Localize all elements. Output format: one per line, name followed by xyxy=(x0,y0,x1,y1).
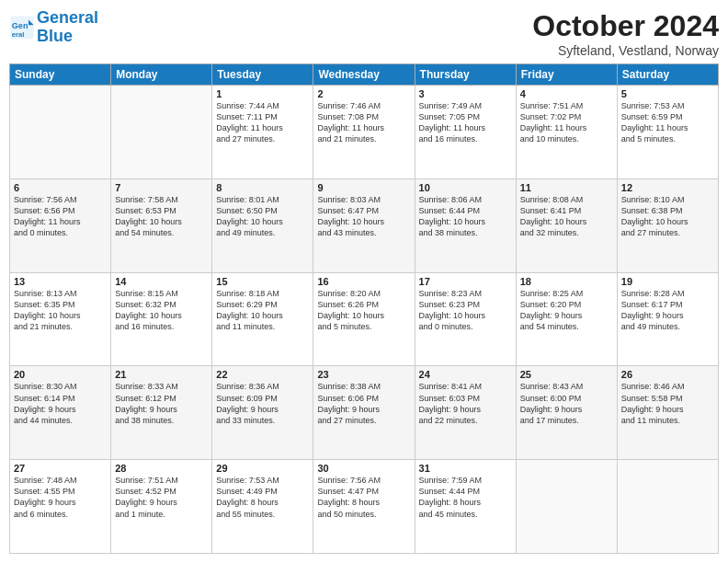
day-info: Sunrise: 8:23 AM Sunset: 6:23 PM Dayligh… xyxy=(419,288,512,333)
subtitle: Syfteland, Vestland, Norway xyxy=(532,43,719,58)
day-info: Sunrise: 7:53 AM Sunset: 4:49 PM Dayligh… xyxy=(216,475,309,520)
calendar-cell: 18Sunrise: 8:25 AM Sunset: 6:20 PM Dayli… xyxy=(516,272,617,366)
calendar-cell: 3Sunrise: 7:49 AM Sunset: 7:05 PM Daylig… xyxy=(415,86,516,179)
day-info: Sunrise: 8:30 AM Sunset: 6:14 PM Dayligh… xyxy=(14,381,107,426)
day-number: 17 xyxy=(419,276,512,287)
calendar-cell: 20Sunrise: 8:30 AM Sunset: 6:14 PM Dayli… xyxy=(10,366,111,460)
day-number: 16 xyxy=(317,276,410,287)
day-info: Sunrise: 8:46 AM Sunset: 5:58 PM Dayligh… xyxy=(621,381,714,426)
calendar-cell: 15Sunrise: 8:18 AM Sunset: 6:29 PM Dayli… xyxy=(212,272,313,366)
day-info: Sunrise: 8:25 AM Sunset: 6:20 PM Dayligh… xyxy=(520,288,613,333)
day-info: Sunrise: 7:46 AM Sunset: 7:08 PM Dayligh… xyxy=(317,100,410,145)
day-info: Sunrise: 8:38 AM Sunset: 6:06 PM Dayligh… xyxy=(317,381,410,426)
calendar-cell xyxy=(516,460,617,554)
calendar-cell: 21Sunrise: 8:33 AM Sunset: 6:12 PM Dayli… xyxy=(111,366,212,460)
day-info: Sunrise: 7:48 AM Sunset: 4:55 PM Dayligh… xyxy=(14,475,107,520)
calendar-week-3: 13Sunrise: 8:13 AM Sunset: 6:35 PM Dayli… xyxy=(10,272,719,366)
calendar-cell: 29Sunrise: 7:53 AM Sunset: 4:49 PM Dayli… xyxy=(212,460,313,554)
day-info: Sunrise: 8:10 AM Sunset: 6:38 PM Dayligh… xyxy=(621,194,714,239)
day-info: Sunrise: 8:03 AM Sunset: 6:47 PM Dayligh… xyxy=(317,194,410,239)
calendar-cell xyxy=(617,460,718,554)
calendar-cell: 22Sunrise: 8:36 AM Sunset: 6:09 PM Dayli… xyxy=(212,366,313,460)
calendar-week-2: 6Sunrise: 7:56 AM Sunset: 6:56 PM Daylig… xyxy=(10,178,719,272)
weekday-header-wednesday: Wednesday xyxy=(313,64,415,86)
day-number: 23 xyxy=(317,369,410,380)
header: Gen eral General Blue October 2024 Syfte… xyxy=(9,9,719,58)
calendar-cell: 24Sunrise: 8:41 AM Sunset: 6:03 PM Dayli… xyxy=(415,366,516,460)
day-info: Sunrise: 7:51 AM Sunset: 4:52 PM Dayligh… xyxy=(115,475,208,520)
weekday-header-saturday: Saturday xyxy=(617,64,718,86)
calendar-week-1: 1Sunrise: 7:44 AM Sunset: 7:11 PM Daylig… xyxy=(10,86,719,179)
day-info: Sunrise: 8:08 AM Sunset: 6:41 PM Dayligh… xyxy=(520,194,613,239)
day-info: Sunrise: 7:56 AM Sunset: 6:56 PM Dayligh… xyxy=(14,194,107,239)
day-info: Sunrise: 8:33 AM Sunset: 6:12 PM Dayligh… xyxy=(115,381,208,426)
day-number: 30 xyxy=(317,463,410,474)
calendar-cell: 10Sunrise: 8:06 AM Sunset: 6:44 PM Dayli… xyxy=(415,178,516,272)
calendar-cell: 19Sunrise: 8:28 AM Sunset: 6:17 PM Dayli… xyxy=(617,272,718,366)
day-number: 26 xyxy=(621,369,714,380)
day-info: Sunrise: 8:18 AM Sunset: 6:29 PM Dayligh… xyxy=(216,288,309,333)
day-info: Sunrise: 8:20 AM Sunset: 6:26 PM Dayligh… xyxy=(317,288,410,333)
calendar-week-4: 20Sunrise: 8:30 AM Sunset: 6:14 PM Dayli… xyxy=(10,366,719,460)
calendar-cell: 5Sunrise: 7:53 AM Sunset: 6:59 PM Daylig… xyxy=(617,86,718,179)
day-number: 7 xyxy=(115,182,208,193)
day-number: 25 xyxy=(520,369,613,380)
calendar-cell: 11Sunrise: 8:08 AM Sunset: 6:41 PM Dayli… xyxy=(516,178,617,272)
day-info: Sunrise: 8:43 AM Sunset: 6:00 PM Dayligh… xyxy=(520,381,613,426)
day-info: Sunrise: 7:56 AM Sunset: 4:47 PM Dayligh… xyxy=(317,475,410,520)
calendar-cell: 13Sunrise: 8:13 AM Sunset: 6:35 PM Dayli… xyxy=(10,272,111,366)
logo-line2: Blue xyxy=(37,27,73,45)
day-info: Sunrise: 7:53 AM Sunset: 6:59 PM Dayligh… xyxy=(621,100,714,145)
day-number: 28 xyxy=(115,463,208,474)
main-title: October 2024 xyxy=(532,9,719,43)
calendar-cell: 12Sunrise: 8:10 AM Sunset: 6:38 PM Dayli… xyxy=(617,178,718,272)
logo-line1: General xyxy=(37,8,98,27)
day-number: 27 xyxy=(14,463,107,474)
logo-text: General Blue xyxy=(37,9,98,46)
weekday-header-sunday: Sunday xyxy=(10,64,111,86)
weekday-header-monday: Monday xyxy=(111,64,212,86)
day-info: Sunrise: 8:06 AM Sunset: 6:44 PM Dayligh… xyxy=(419,194,512,239)
day-number: 3 xyxy=(419,88,512,99)
day-number: 29 xyxy=(216,463,309,474)
day-info: Sunrise: 8:28 AM Sunset: 6:17 PM Dayligh… xyxy=(621,288,714,333)
day-info: Sunrise: 8:41 AM Sunset: 6:03 PM Dayligh… xyxy=(419,381,512,426)
day-number: 15 xyxy=(216,276,309,287)
calendar-cell: 17Sunrise: 8:23 AM Sunset: 6:23 PM Dayli… xyxy=(415,272,516,366)
calendar-cell: 25Sunrise: 8:43 AM Sunset: 6:00 PM Dayli… xyxy=(516,366,617,460)
day-number: 12 xyxy=(621,182,714,193)
weekday-header-thursday: Thursday xyxy=(415,64,516,86)
day-info: Sunrise: 7:59 AM Sunset: 4:44 PM Dayligh… xyxy=(419,475,512,520)
weekday-header-row: SundayMondayTuesdayWednesdayThursdayFrid… xyxy=(10,64,719,86)
calendar-cell xyxy=(111,86,212,179)
day-number: 19 xyxy=(621,276,714,287)
day-number: 9 xyxy=(317,182,410,193)
logo-icon: Gen eral xyxy=(9,15,35,40)
calendar-cell: 31Sunrise: 7:59 AM Sunset: 4:44 PM Dayli… xyxy=(415,460,516,554)
day-info: Sunrise: 7:49 AM Sunset: 7:05 PM Dayligh… xyxy=(419,100,512,145)
day-number: 21 xyxy=(115,369,208,380)
calendar-cell: 9Sunrise: 8:03 AM Sunset: 6:47 PM Daylig… xyxy=(313,178,415,272)
calendar-cell: 4Sunrise: 7:51 AM Sunset: 7:02 PM Daylig… xyxy=(516,86,617,179)
svg-text:eral: eral xyxy=(12,30,25,39)
day-number: 14 xyxy=(115,276,208,287)
logo: Gen eral General Blue xyxy=(9,9,98,46)
day-number: 24 xyxy=(419,369,512,380)
day-number: 5 xyxy=(621,88,714,99)
day-number: 10 xyxy=(419,182,512,193)
calendar: SundayMondayTuesdayWednesdayThursdayFrid… xyxy=(9,63,719,554)
day-number: 1 xyxy=(216,88,309,99)
calendar-cell: 7Sunrise: 7:58 AM Sunset: 6:53 PM Daylig… xyxy=(111,178,212,272)
weekday-header-friday: Friday xyxy=(516,64,617,86)
calendar-cell: 8Sunrise: 8:01 AM Sunset: 6:50 PM Daylig… xyxy=(212,178,313,272)
day-number: 22 xyxy=(216,369,309,380)
calendar-week-5: 27Sunrise: 7:48 AM Sunset: 4:55 PM Dayli… xyxy=(10,460,719,554)
day-number: 31 xyxy=(419,463,512,474)
day-number: 11 xyxy=(520,182,613,193)
day-info: Sunrise: 8:36 AM Sunset: 6:09 PM Dayligh… xyxy=(216,381,309,426)
day-number: 20 xyxy=(14,369,107,380)
day-number: 18 xyxy=(520,276,613,287)
day-number: 8 xyxy=(216,182,309,193)
calendar-cell: 23Sunrise: 8:38 AM Sunset: 6:06 PM Dayli… xyxy=(313,366,415,460)
calendar-cell: 16Sunrise: 8:20 AM Sunset: 6:26 PM Dayli… xyxy=(313,272,415,366)
